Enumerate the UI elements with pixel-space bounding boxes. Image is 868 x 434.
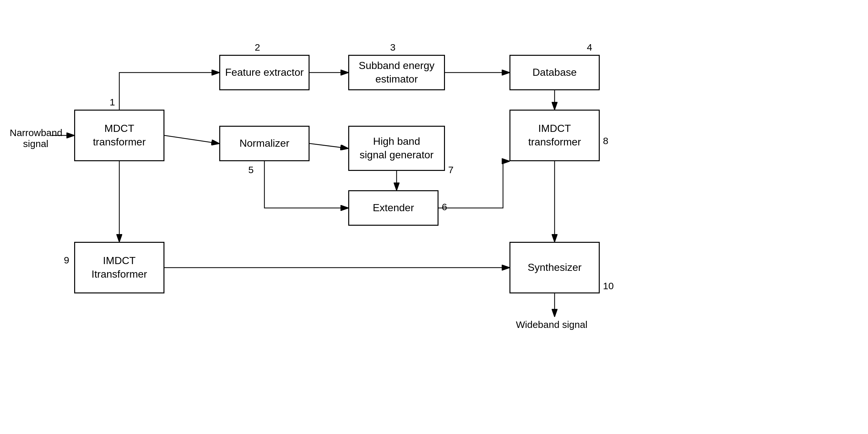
block-synthesizer: Synthesizer	[509, 242, 600, 293]
svg-line-2	[164, 135, 219, 144]
block-extender-label: Extender	[373, 201, 414, 215]
block-subband: Subband energy estimator	[348, 55, 445, 90]
number-9: 9	[64, 255, 69, 266]
block-normalizer-label: Normalizer	[240, 137, 289, 150]
number-7: 7	[448, 164, 454, 176]
block-imdct-top-label: IMDCT transformer	[528, 122, 581, 149]
number-2: 2	[255, 42, 260, 53]
block-database: Database	[509, 55, 600, 90]
block-mdct-label: MDCT transformer	[93, 122, 146, 149]
block-synthesizer-label: Synthesizer	[528, 261, 581, 274]
block-feature-label: Feature extractor	[225, 66, 304, 79]
svg-line-6	[310, 144, 348, 148]
number-8: 8	[603, 135, 609, 146]
block-highband: High band signal generator	[348, 126, 445, 171]
number-5: 5	[248, 164, 254, 176]
block-subband-label: Subband energy estimator	[359, 59, 435, 86]
number-1: 1	[110, 97, 115, 108]
block-extender: Extender	[348, 190, 438, 226]
block-mdct: MDCT transformer	[74, 110, 164, 161]
block-highband-label: High band signal generator	[360, 135, 433, 161]
diagram: MDCT transformer 1 Feature extractor 2 S…	[0, 0, 868, 434]
label-wideband: Wideband signal	[516, 319, 587, 330]
number-3: 3	[390, 42, 396, 53]
block-imdct-top: IMDCT transformer	[509, 110, 600, 161]
block-imdct-bot-label: IMDCT Itransformer	[92, 254, 147, 281]
number-10: 10	[603, 281, 614, 291]
block-feature: Feature extractor	[219, 55, 310, 90]
label-narrowband: Narrowband signal	[10, 127, 49, 149]
block-imdct-bot: IMDCT Itransformer	[74, 242, 164, 293]
block-database-label: Database	[533, 66, 577, 79]
block-normalizer: Normalizer	[219, 126, 310, 161]
number-4: 4	[587, 42, 592, 53]
number-6: 6	[442, 202, 447, 213]
